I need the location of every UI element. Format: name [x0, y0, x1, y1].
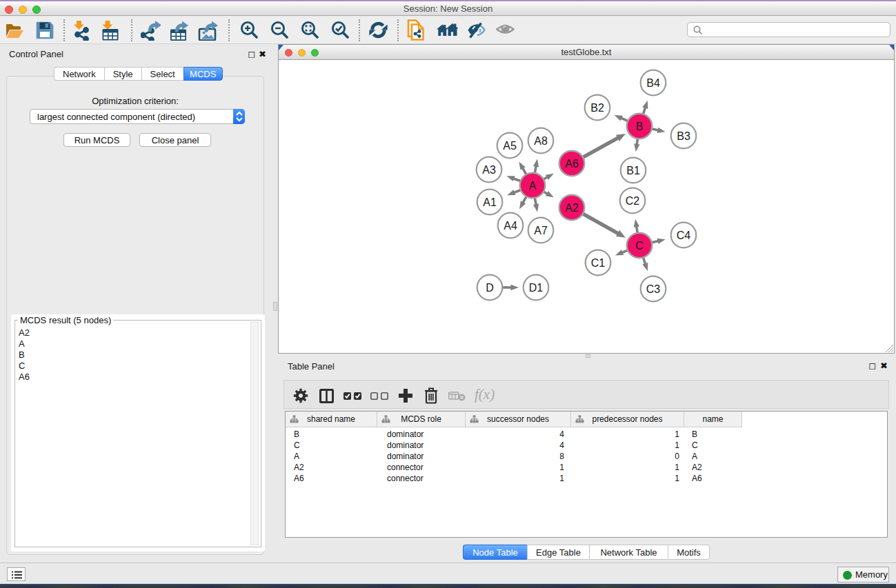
svg-text:B3: B3	[677, 130, 690, 142]
svg-text:A1: A1	[483, 196, 497, 208]
svg-text:A8: A8	[534, 135, 548, 147]
svg-text:A2: A2	[565, 202, 579, 214]
svg-text:B4: B4	[646, 77, 660, 89]
svg-text:A: A	[529, 180, 537, 192]
svg-text:A3: A3	[482, 164, 496, 176]
svg-text:B: B	[636, 121, 644, 132]
svg-text:A5: A5	[503, 140, 517, 152]
svg-text:C: C	[635, 240, 644, 252]
svg-text:A6: A6	[565, 158, 579, 170]
svg-text:C2: C2	[626, 195, 640, 207]
svg-text:C4: C4	[677, 230, 691, 241]
svg-text:B2: B2	[590, 102, 604, 114]
svg-text:D1: D1	[529, 282, 544, 294]
svg-text:A4: A4	[504, 220, 517, 232]
svg-text:A7: A7	[534, 225, 548, 236]
svg-text:C1: C1	[591, 257, 606, 269]
svg-text:D: D	[486, 282, 494, 294]
svg-text:B1: B1	[626, 165, 640, 176]
svg-text:C3: C3	[646, 283, 661, 295]
